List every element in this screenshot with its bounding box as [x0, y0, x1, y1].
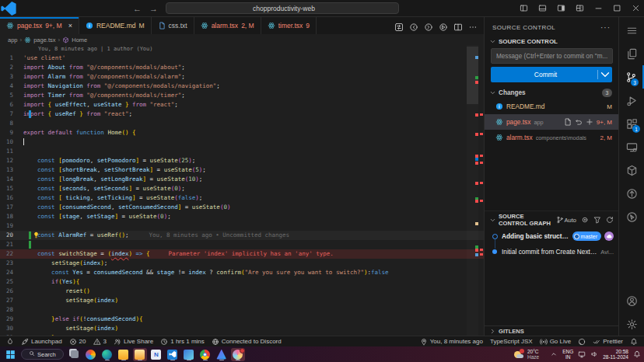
tab-README.md[interactable]: README.mdM: [79, 17, 152, 34]
files-icon[interactable]: [619, 42, 644, 65]
branch-badge[interactable]: master: [572, 231, 601, 241]
status-item-launchpad[interactable]: Launchpad: [21, 338, 62, 346]
changed-file-README.md[interactable]: README.mdM: [485, 99, 618, 114]
code-line[interactable]: 10: [0, 137, 484, 147]
notepad-icon[interactable]: N: [149, 348, 163, 361]
scm-graph-header[interactable]: SOURCE CONTROL GRAPH Auto: [485, 211, 618, 228]
discard-icon[interactable]: [575, 118, 583, 126]
codelens-annotation[interactable]: You, 8 minutes ago | 1 author (You): [38, 45, 484, 54]
file-explorer-icon[interactable]: [117, 348, 131, 361]
breadcrumb-item-page.tsx[interactable]: page.tsx: [24, 37, 55, 44]
status-item-1-hrs-1-mins[interactable]: 1 hrs 1 mins: [160, 338, 205, 346]
nav-back-icon[interactable]: ←: [133, 4, 142, 13]
account-icon[interactable]: [619, 289, 644, 312]
extensions-icon[interactable]: 1: [619, 112, 644, 135]
run-icon[interactable]: [439, 21, 448, 30]
commit-button[interactable]: Commit: [491, 67, 612, 82]
split-editor-icon[interactable]: [453, 21, 463, 30]
commit-row[interactable]: Initial commit from Create Next AppAvi..…: [485, 244, 618, 259]
panel-left-icon[interactable]: [515, 1, 532, 16]
copilot-icon[interactable]: [84, 348, 98, 361]
code-line[interactable]: 6import { useEffect, useState } from "re…: [0, 100, 484, 110]
next-change-icon[interactable]: [424, 21, 433, 30]
code-line[interactable]: 12 const [pomodoro, setPomodoro] = useSt…: [0, 156, 484, 165]
notification-bell-icon[interactable]: [633, 350, 641, 358]
taskbar-search[interactable]: Search: [21, 349, 64, 360]
debug-icon[interactable]: [619, 89, 644, 112]
status-item[interactable]: [630, 338, 638, 346]
refresh-icon[interactable]: [606, 216, 614, 224]
code-line[interactable]: 5import Timer from "@/components/modals/…: [0, 91, 484, 100]
start-button[interactable]: [3, 348, 17, 360]
close-icon[interactable]: ×: [68, 22, 72, 30]
menu-icon[interactable]: [619, 19, 644, 42]
code-line[interactable]: 30 setStage(index): [0, 324, 484, 333]
tab-css.txt[interactable]: css.txt: [152, 17, 194, 34]
code-line[interactable]: 20 const AlarmRef = useRef();You, 8 minu…: [0, 231, 484, 240]
goto-file-icon[interactable]: [564, 118, 572, 126]
speaker-icon[interactable]: [590, 350, 598, 358]
changed-file-page.tsx[interactable]: page.tsxapp9+, M: [485, 114, 618, 130]
status-item-live-share[interactable]: Live Share: [114, 338, 153, 346]
code-line[interactable]: 4import Navigation from "@/components/mo…: [0, 82, 484, 91]
compass-icon[interactable]: [619, 182, 644, 205]
gitlens-section-header[interactable]: GITLENS: [485, 325, 618, 336]
status-item[interactable]: [6, 338, 14, 346]
lightbulb-icon[interactable]: [33, 231, 40, 238]
code-line[interactable]: 9export default function Home() {: [0, 128, 484, 137]
vscode-icon[interactable]: [166, 348, 180, 361]
command-center-search[interactable]: chopproductivity-web: [166, 2, 399, 14]
settings-gear-icon[interactable]: [619, 312, 644, 336]
code-line[interactable]: 16 const [ ticking, setTicking] = useSta…: [0, 193, 484, 203]
status-item-connected-to-discord[interactable]: Connected to Discord: [212, 338, 282, 346]
task-view-icon[interactable]: [68, 348, 82, 361]
status-item-you-8-minutes-ago[interactable]: You, 8 minutes ago: [420, 338, 483, 346]
filter-icon[interactable]: [593, 216, 601, 224]
plus-icon[interactable]: [586, 118, 593, 126]
code-line[interactable]: 18 const [stage, setStage] = useState(0)…: [0, 212, 484, 221]
clock[interactable]: 20:58 28-11-2024: [603, 349, 628, 360]
status-item-prettier[interactable]: Prettier: [593, 338, 623, 346]
clock-app-icon[interactable]: [231, 348, 245, 361]
status-item-go-live[interactable]: Go Live: [540, 338, 572, 346]
minimize-icon[interactable]: [590, 1, 607, 16]
cube-icon[interactable]: [619, 158, 644, 182]
changes-section-header[interactable]: Changes 3: [485, 87, 618, 99]
graph-auto-toggle[interactable]: Auto: [556, 216, 576, 224]
live-pointer-icon[interactable]: [619, 205, 644, 228]
code-line[interactable]: 17 const [consumedSecond, setConsumedSec…: [0, 203, 484, 212]
tab-page.tsx[interactable]: page.tsx9+, M×: [0, 17, 79, 34]
panel-right-icon[interactable]: [552, 1, 569, 16]
code-line[interactable]: 21: [0, 240, 484, 249]
commit-message-input[interactable]: [491, 48, 613, 64]
code-line[interactable]: 14 const [longBreak, setLongBreak] = use…: [0, 175, 484, 184]
edge-icon[interactable]: [100, 348, 114, 361]
code-line[interactable]: 15 const [seconds, setSeconds] = useStat…: [0, 184, 484, 193]
more-actions-icon[interactable]: [468, 21, 478, 30]
code-line[interactable]: 28: [0, 305, 484, 315]
tab-alarm.tsx[interactable]: alarm.tsx2, M: [194, 17, 261, 34]
code-line[interactable]: 19: [0, 221, 484, 231]
nav-forward-icon[interactable]: →: [149, 4, 158, 13]
code-line[interactable]: 11: [0, 147, 484, 156]
commit-dropdown-icon[interactable]: [598, 68, 612, 82]
code-editor[interactable]: You, 8 minutes ago | 1 author (You) 1'us…: [0, 45, 484, 336]
scm-section-header[interactable]: SOURCE CONTROL: [485, 37, 618, 47]
open-changes-icon[interactable]: [394, 21, 404, 30]
tray-caret-up-icon[interactable]: [550, 350, 558, 358]
code-line[interactable]: 13 const [shortBreak, setShortBreak] = u…: [0, 165, 484, 175]
sticky-notes-icon[interactable]: [133, 348, 147, 361]
record-icon[interactable]: [581, 216, 589, 224]
more-actions-icon[interactable]: ···: [600, 23, 611, 32]
monitor-icon[interactable]: [578, 350, 586, 358]
code-line[interactable]: 26 reset(): [0, 287, 484, 296]
minimap[interactable]: [467, 45, 478, 336]
code-line[interactable]: 27 setStage(index): [0, 296, 484, 305]
previous-change-icon[interactable]: [409, 21, 418, 30]
layout-icon[interactable]: [571, 1, 588, 16]
commit-row[interactable]: Adding basic structure a...master: [485, 228, 618, 244]
status-item-3[interactable]: 3: [93, 338, 107, 346]
code-line[interactable]: 3import Alarm from "@/components/modals/…: [0, 72, 484, 82]
status-item-typescript-jsx[interactable]: TypeScript JSX: [490, 338, 533, 346]
code-line[interactable]: 31 }: [0, 333, 484, 336]
